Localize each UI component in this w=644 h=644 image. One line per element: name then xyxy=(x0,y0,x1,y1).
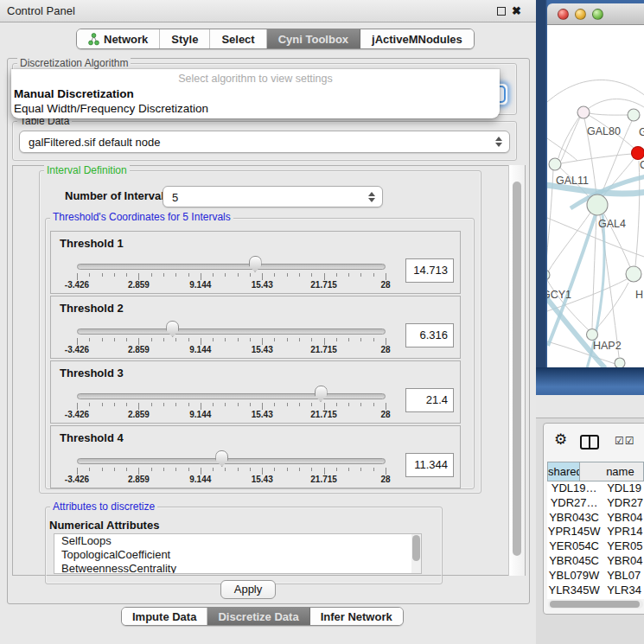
tab-style[interactable]: Style xyxy=(160,29,210,48)
apply-button[interactable]: Apply xyxy=(220,580,276,599)
tick-mark xyxy=(175,403,176,406)
cell-name: YBR04 xyxy=(601,554,644,569)
tick-mark xyxy=(238,403,239,406)
tick-mark xyxy=(348,468,349,471)
tick-mark xyxy=(138,403,139,410)
network-node[interactable] xyxy=(626,266,641,282)
tick-mark xyxy=(373,468,374,471)
slider-track[interactable] xyxy=(77,393,386,399)
attribute-list-item[interactable]: SelfLoops xyxy=(54,534,421,548)
tick-label: 21.715 xyxy=(310,410,337,419)
minimize-traffic-light[interactable] xyxy=(575,9,586,20)
table-row[interactable]: YPR145WYPR14 xyxy=(547,525,644,539)
network-node[interactable] xyxy=(632,147,644,160)
table-rows[interactable]: YDL19…YDL19YDR27…YDR27YBR043CYBR04YPR145… xyxy=(547,481,644,599)
network-node[interactable] xyxy=(547,270,550,280)
number-of-intervals-combobox[interactable]: 5 xyxy=(163,186,383,207)
table-header-row: shared… name xyxy=(547,462,644,481)
table-row[interactable]: YLR345WYLR34 xyxy=(547,583,644,598)
slider-ticks xyxy=(77,403,386,410)
horizontal-scrollbar[interactable] xyxy=(548,600,643,609)
threshold-value-field[interactable]: 21.4 xyxy=(405,388,454,412)
threshold-box: Threshold 2-3.4262.8599.14415.4321.71528… xyxy=(50,296,461,359)
table-row[interactable]: YBL079WYBL07 xyxy=(547,569,644,583)
column-header-name[interactable]: name xyxy=(580,462,644,481)
tab-select[interactable]: Select xyxy=(210,29,266,48)
tick-mark xyxy=(89,468,90,471)
scrollbar-thumb[interactable] xyxy=(412,535,420,561)
tick-mark xyxy=(175,273,176,277)
threshold-sliders-container: Threshold 1-3.4262.8599.14415.4321.71528… xyxy=(50,231,461,490)
table-row[interactable]: YBR045CYBR04 xyxy=(547,554,644,569)
scrollbar-thumb[interactable] xyxy=(550,601,640,608)
tick-mark xyxy=(201,338,201,345)
vertical-scrollbar[interactable] xyxy=(508,165,525,576)
cell-name: YPR14 xyxy=(601,525,644,539)
number-of-intervals-value: 5 xyxy=(172,190,178,203)
popup-item-equal-width-frequency[interactable]: Equal Width/Frequency Discretization xyxy=(14,102,208,115)
tab-infer-network[interactable]: Infer Network xyxy=(310,608,403,625)
table-row[interactable]: YBR043CYBR04 xyxy=(547,511,644,526)
gear-icon[interactable]: ⚙ xyxy=(554,430,567,449)
tick-mark xyxy=(213,468,214,471)
tick-mark xyxy=(89,338,90,341)
tick-label: 28 xyxy=(380,475,390,484)
cell-name: YBR04 xyxy=(601,511,644,526)
network-node[interactable] xyxy=(587,194,608,215)
columns-icon[interactable] xyxy=(580,435,599,450)
table-row[interactable]: YDL19…YDL19 xyxy=(547,481,644,496)
numerical-attributes-list[interactable]: SelfLoopsTopologicalCoefficientBetweenne… xyxy=(54,533,422,574)
popup-item-manual-discretization[interactable]: Manual Discretization xyxy=(14,87,134,100)
threshold-value-field[interactable]: 11.344 xyxy=(405,453,454,477)
slider-track[interactable] xyxy=(77,328,386,335)
slider-thumb[interactable] xyxy=(249,256,262,272)
tab-discretize-data[interactable]: Discretize Data xyxy=(207,608,309,625)
tick-mark xyxy=(250,403,251,406)
tick-mark xyxy=(201,468,201,475)
network-node[interactable] xyxy=(615,358,625,367)
slider-tick-labels: -3.4262.8599.14415.4321.71528 xyxy=(77,475,386,485)
tab-network[interactable]: Network xyxy=(77,29,160,48)
threshold-value-field[interactable]: 6.316 xyxy=(405,323,454,348)
tab-impute-data[interactable]: Impute Data xyxy=(122,608,207,625)
slider-track[interactable] xyxy=(77,264,386,270)
network-node[interactable] xyxy=(577,106,590,118)
slider-track[interactable] xyxy=(77,458,386,464)
tick-mark xyxy=(163,403,164,406)
network-window-titlebar[interactable] xyxy=(547,3,644,25)
cell-shared-name: YLR345W xyxy=(547,583,601,598)
network-view-canvas[interactable]: GAL80GAGAL11CGAL4GCY1HHAP2 xyxy=(547,25,644,367)
scrollbar-thumb[interactable] xyxy=(513,182,521,556)
select-columns-checkboxes-icon[interactable]: ☑☑ xyxy=(615,435,635,447)
table-row[interactable]: YIL052CYIL05 xyxy=(547,597,644,599)
attribute-list-item[interactable]: BetweennessCentrality xyxy=(54,562,421,574)
float-window-icon[interactable] xyxy=(497,7,506,16)
network-node[interactable] xyxy=(628,109,640,121)
tab-cyni-toolbox[interactable]: Cyni Toolbox xyxy=(267,29,360,48)
close-icon[interactable]: ✖ xyxy=(512,4,521,17)
tick-mark xyxy=(151,338,152,341)
tick-label: -3.426 xyxy=(65,410,89,419)
attributes-scrollbar[interactable] xyxy=(411,534,421,573)
tick-mark xyxy=(188,403,189,406)
cell-name: YBL07 xyxy=(601,569,644,583)
threshold-value-field[interactable]: 14.713 xyxy=(405,258,454,283)
tab-jactivemnodules[interactable]: jActiveMNodules xyxy=(360,29,474,48)
table-row[interactable]: YDR27…YDR27 xyxy=(547,496,644,511)
tick-label: 9.144 xyxy=(189,280,211,290)
close-traffic-light[interactable] xyxy=(558,9,569,20)
table-data-combobox[interactable]: galFiltered.sif default node xyxy=(19,131,510,153)
slider-thumb[interactable] xyxy=(315,386,328,402)
slider-thumb[interactable] xyxy=(166,321,179,337)
zoom-traffic-light[interactable] xyxy=(592,9,603,20)
network-node[interactable] xyxy=(587,329,598,341)
cell-name: YER05 xyxy=(601,539,644,554)
algorithm-dropdown-popup: Select algorithm to view settings Manual… xyxy=(11,69,500,118)
network-node[interactable] xyxy=(549,158,561,170)
tick-mark xyxy=(262,273,263,280)
tick-mark xyxy=(311,273,312,277)
slider-thumb[interactable] xyxy=(215,450,228,467)
column-header-shared-name[interactable]: shared… xyxy=(547,462,580,481)
table-row[interactable]: YER054CYER05 xyxy=(547,539,644,554)
attribute-list-item[interactable]: TopologicalCoefficient xyxy=(54,548,421,562)
